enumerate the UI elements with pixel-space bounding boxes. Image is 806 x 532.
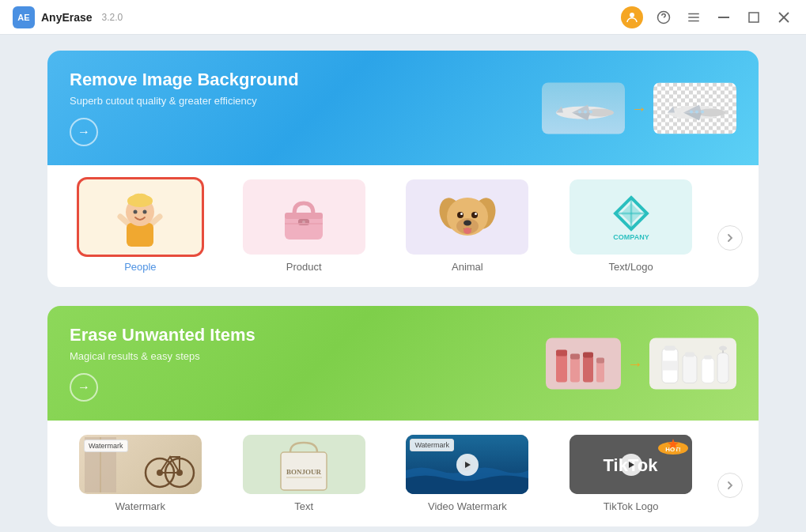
- remove-bg-section: Remove Image Background Superb cutout qu…: [47, 51, 759, 287]
- svg-rect-33: [285, 213, 323, 219]
- erase-item-tiktok[interactable]: TikTok HOT!: [554, 435, 708, 512]
- svg-text:COMPANY: COMPANY: [613, 233, 649, 241]
- tiktok-thumbnail: TikTok HOT!: [569, 435, 692, 494]
- svg-rect-56: [583, 356, 593, 382]
- title-bar-controls: [621, 6, 793, 28]
- svg-rect-59: [596, 357, 604, 363]
- svg-point-23: [695, 110, 698, 113]
- erase-category-row: Watermark Watermark BONJOUR: [47, 421, 759, 526]
- watermark-label: Watermark: [115, 500, 165, 512]
- erase-banner-image: →: [546, 338, 736, 389]
- svg-rect-53: [556, 349, 567, 356]
- user-avatar[interactable]: [621, 6, 643, 28]
- close-button[interactable]: [774, 8, 793, 27]
- remove-bg-banner: Remove Image Background Superb cutout qu…: [47, 51, 759, 165]
- svg-marker-82: [465, 462, 471, 468]
- svg-point-14: [578, 110, 581, 113]
- video-watermark-overlay: Watermark: [410, 439, 454, 451]
- banner-subtitle: Superb cutout quality & greater efficien…: [70, 95, 299, 107]
- app-version: 3.2.0: [102, 12, 123, 23]
- svg-rect-57: [583, 352, 593, 357]
- banner-text: Remove Image Background Superb cutout qu…: [70, 70, 299, 146]
- svg-rect-58: [596, 361, 604, 382]
- text-thumbnail: BONJOUR: [243, 435, 365, 494]
- textlogo-thumbnail: COMPANY: [569, 179, 692, 255]
- svg-point-24: [701, 110, 704, 113]
- banner-arrow-button[interactable]: →: [70, 118, 98, 146]
- erase-banner: Erase Unwanted Items Magical results & e…: [47, 306, 759, 421]
- svg-rect-64: [685, 352, 694, 357]
- svg-rect-55: [570, 353, 580, 359]
- category-item-animal[interactable]: Animal: [391, 179, 545, 273]
- svg-rect-54: [570, 357, 580, 382]
- people-thumbnail: [79, 179, 202, 255]
- svg-point-43: [471, 212, 478, 218]
- banner-image: →: [542, 82, 736, 134]
- banner-title: Remove Image Background: [70, 70, 299, 90]
- play-button[interactable]: [456, 454, 479, 476]
- svg-rect-27: [127, 223, 153, 247]
- tiktok-logo-label: TikTok Logo: [604, 500, 659, 512]
- erase-section: Erase Unwanted Items Magical results & e…: [47, 306, 759, 526]
- svg-point-0: [630, 13, 634, 17]
- erase-before: [546, 338, 621, 389]
- animal-thumbnail: [406, 179, 528, 255]
- erase-item-watermark[interactable]: Watermark Watermark: [63, 435, 218, 512]
- svg-text:BONJOUR: BONJOUR: [286, 468, 322, 476]
- hot-badge: HOT!: [657, 437, 690, 458]
- product-label: Product: [286, 261, 322, 273]
- category-item-textlogo[interactable]: COMPANY Text/Logo: [554, 179, 708, 273]
- svg-point-31: [143, 210, 147, 214]
- svg-text:HOT!: HOT!: [665, 446, 681, 453]
- svg-rect-65: [702, 357, 714, 383]
- people-label: People: [124, 261, 156, 273]
- erase-item-text[interactable]: BONJOUR Text: [227, 435, 381, 512]
- svg-marker-85: [629, 462, 634, 468]
- video-thumbnail: Watermark: [406, 435, 528, 494]
- erase-transition-arrow: →: [627, 354, 643, 372]
- text-label: Text: [294, 500, 313, 512]
- category-row: People: [47, 165, 759, 287]
- svg-point-41: [464, 221, 471, 226]
- category-item-people[interactable]: People: [63, 179, 218, 273]
- before-image: [542, 82, 625, 134]
- menu-button[interactable]: [684, 8, 703, 27]
- logo-icon: AE: [13, 6, 35, 28]
- textlogo-label: Text/Logo: [608, 261, 653, 273]
- svg-rect-52: [556, 353, 567, 382]
- minimize-button[interactable]: [714, 8, 733, 27]
- svg-marker-13: [556, 106, 563, 112]
- section2-chevron-button[interactable]: [717, 473, 743, 498]
- svg-point-22: [690, 110, 693, 113]
- video-watermark-label: Video Watermark: [428, 500, 507, 512]
- help-button[interactable]: [654, 8, 673, 27]
- svg-point-42: [457, 212, 464, 218]
- erase-after: [649, 338, 736, 389]
- erase-item-video[interactable]: Watermark Video Watermark: [391, 435, 545, 512]
- maximize-button[interactable]: [744, 8, 763, 27]
- erase-banner-subtitle: Magical results & easy steps: [70, 350, 255, 362]
- svg-point-46: [464, 228, 471, 234]
- animal-label: Animal: [452, 261, 483, 273]
- svg-point-45: [475, 213, 477, 215]
- svg-rect-66: [704, 355, 712, 359]
- svg-rect-61: [664, 345, 675, 350]
- svg-rect-67: [717, 353, 728, 383]
- transition-arrow: →: [631, 99, 647, 117]
- svg-marker-21: [668, 106, 675, 112]
- category-item-product[interactable]: Product: [227, 179, 381, 273]
- watermark-overlay-label: Watermark: [84, 440, 128, 452]
- svg-point-16: [589, 110, 592, 113]
- app-name: AnyErase: [41, 11, 93, 24]
- svg-point-15: [584, 110, 587, 113]
- tiktok-play-button[interactable]: [620, 454, 642, 476]
- erase-arrow-button[interactable]: →: [70, 373, 98, 402]
- svg-rect-62: [662, 360, 678, 370]
- section1-chevron-button[interactable]: [717, 225, 743, 251]
- svg-point-30: [134, 210, 138, 214]
- watermark-thumbnail: Watermark: [79, 435, 202, 494]
- svg-point-44: [460, 213, 463, 215]
- main-content: Remove Image Background Superb cutout qu…: [0, 35, 806, 532]
- erase-banner-text: Erase Unwanted Items Magical results & e…: [70, 325, 255, 402]
- svg-rect-63: [683, 354, 697, 383]
